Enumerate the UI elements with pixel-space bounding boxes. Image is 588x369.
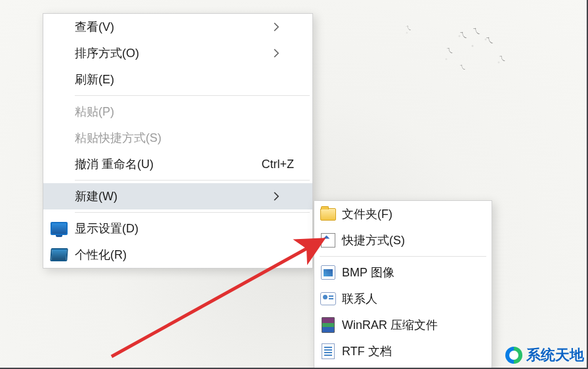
submenu-winrar-label: WinRAR 压缩文件 — [342, 317, 492, 333]
shortcut-icon — [321, 233, 335, 248]
menu-undo-rename[interactable]: 撤消 重命名(U) Ctrl+Z — [43, 151, 312, 177]
submenu-folder-label: 文件夹(F) — [342, 206, 492, 222]
menu-personalize[interactable]: 个性化(R) — [43, 242, 312, 268]
desktop-background[interactable]: ㄟ ㄟ ㄟ ㄟ ㄟ ㄟ ㄟ 查看(V) 排序方式(O) 刷新(E) 粘贴 — [0, 0, 588, 369]
folder-icon — [320, 208, 336, 221]
monitor-icon — [51, 222, 68, 235]
menu-view[interactable]: 查看(V) — [43, 14, 312, 40]
menu-display-settings[interactable]: 显示设置(D) — [43, 215, 312, 242]
bird-decoration: ㄟ — [498, 53, 507, 64]
watermark: 系统天地 — [505, 345, 584, 365]
submenu-shortcut[interactable]: 快捷方式(S) — [314, 227, 492, 253]
menu-undo-shortcut: Ctrl+Z — [262, 158, 313, 171]
bird-decoration: ㄟ — [472, 24, 482, 37]
bird-decoration: ㄟ — [485, 33, 495, 46]
menu-display-settings-label: 显示设置(D) — [75, 221, 273, 236]
submenu-rtf[interactable]: RTF 文档 — [314, 338, 492, 364]
image-file-icon — [321, 265, 335, 280]
menu-paste-label: 粘贴(P) — [75, 104, 273, 119]
menu-separator — [75, 212, 310, 213]
chevron-right-icon — [273, 192, 312, 201]
menu-view-label: 查看(V) — [75, 19, 273, 35]
menu-paste-shortcut: 粘贴快捷方式(S) — [43, 125, 312, 151]
chevron-right-icon — [273, 22, 312, 32]
submenu-shortcut-label: 快捷方式(S) — [342, 232, 492, 248]
bird-decoration: ㄟ — [405, 24, 412, 33]
menu-personalize-label: 个性化(R) — [75, 247, 273, 263]
submenu-bmp-label: BMP 图像 — [342, 265, 492, 280]
menu-new-label: 新建(W) — [75, 188, 273, 204]
menu-paste-shortcut-label: 粘贴快捷方式(S) — [75, 130, 273, 146]
menu-sort-by-label: 排序方式(O) — [75, 45, 273, 61]
submenu-bmp[interactable]: BMP 图像 — [314, 259, 492, 286]
submenu-folder[interactable]: 文件夹(F) — [314, 201, 492, 227]
watermark-text: 系统天地 — [526, 345, 584, 365]
new-submenu: 文件夹(F) 快捷方式(S) BMP 图像 联系人 WinRAR 压缩文件 RT… — [314, 200, 492, 369]
menu-separator — [75, 95, 310, 96]
menu-separator — [75, 180, 310, 181]
document-icon — [322, 343, 335, 359]
submenu-contact[interactable]: 联系人 — [314, 286, 492, 312]
desktop-context-menu: 查看(V) 排序方式(O) 刷新(E) 粘贴(P) 粘贴快捷方式(S) — [43, 13, 313, 269]
personalize-icon — [50, 248, 68, 261]
bird-decoration: ㄟ — [459, 28, 469, 41]
submenu-rtf-label: RTF 文档 — [342, 343, 492, 359]
menu-paste: 粘贴(P) — [43, 98, 312, 125]
submenu-contact-label: 联系人 — [342, 291, 492, 307]
menu-sort-by[interactable]: 排序方式(O) — [43, 40, 312, 66]
menu-new[interactable]: 新建(W) — [43, 183, 312, 209]
menu-separator — [320, 256, 486, 257]
contact-card-icon — [320, 292, 336, 305]
menu-undo-rename-label: 撤消 重命名(U) — [75, 156, 262, 172]
menu-refresh-label: 刷新(E) — [75, 72, 273, 87]
submenu-winrar[interactable]: WinRAR 压缩文件 — [314, 312, 492, 338]
watermark-logo-icon — [505, 347, 522, 364]
chevron-right-icon — [273, 49, 312, 58]
bird-decoration: ㄟ — [459, 62, 467, 73]
archive-icon — [322, 317, 335, 333]
menu-refresh[interactable]: 刷新(E) — [43, 66, 312, 93]
bird-decoration: ㄟ — [446, 45, 454, 56]
